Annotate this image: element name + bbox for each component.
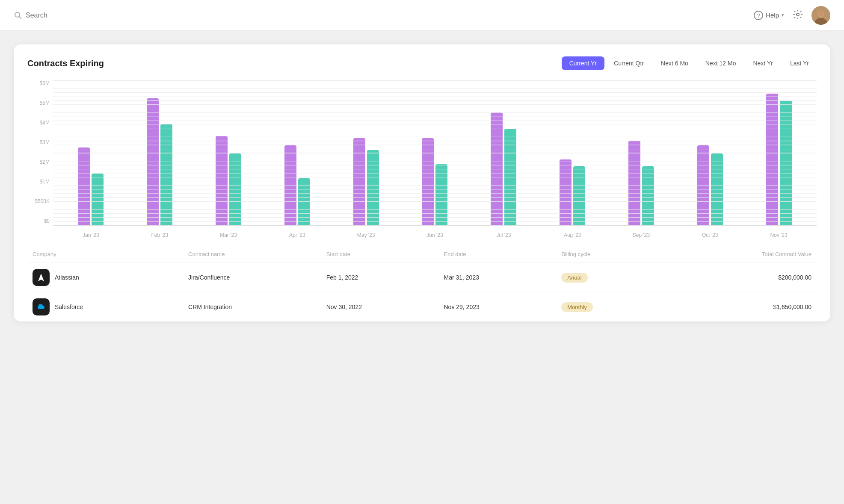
bar-purple	[560, 159, 572, 225]
x-axis-label: Mar '23	[194, 232, 263, 238]
bar-purple	[353, 138, 365, 225]
settings-button[interactable]	[793, 9, 803, 21]
x-axis-label: Feb '23	[125, 232, 194, 238]
svg-point-3	[797, 13, 799, 16]
month-group	[332, 80, 400, 225]
td-start-date: Feb 1, 2022	[321, 263, 439, 292]
contracts-table: Company Contract name Start date End dat…	[27, 243, 817, 321]
x-axis-label: Sep '23	[607, 232, 676, 238]
bar-group	[422, 80, 447, 225]
bar-teal	[92, 174, 104, 225]
month-group	[125, 80, 194, 225]
atlassian-logo	[33, 269, 50, 286]
td-billing-cycle: Monthly	[556, 292, 663, 322]
bar-group	[560, 80, 585, 225]
bar-purple	[284, 145, 296, 225]
bar-purple	[697, 145, 709, 225]
filter-tab-last-yr[interactable]: Last Yr	[782, 56, 817, 70]
search-icon	[14, 11, 22, 20]
bar-purple	[216, 136, 228, 225]
x-labels: Jan '23Feb '23Mar '23Apr '23May '23Jun '…	[53, 227, 817, 243]
filter-tab-next-6mo[interactable]: Next 6 Mo	[653, 56, 696, 70]
x-axis-label: Jun '23	[400, 232, 469, 238]
svg-text:?: ?	[757, 12, 760, 19]
month-group	[194, 80, 263, 225]
bar-purple	[628, 141, 640, 225]
topbar: ? Help ▾	[0, 0, 844, 31]
bar-group	[491, 80, 516, 225]
td-company: Atlassian	[27, 263, 183, 292]
help-button[interactable]: ? Help ▾	[754, 11, 784, 20]
td-tcv: $1,650,000.00	[663, 292, 817, 322]
company-name: Salesforce	[55, 304, 83, 310]
chart-plot	[53, 80, 817, 226]
month-group	[400, 80, 469, 225]
th-company: Company	[27, 243, 183, 263]
x-axis-label: Aug '23	[538, 232, 607, 238]
td-tcv: $200,000.00	[663, 263, 817, 292]
y-axis-label: $0	[27, 218, 53, 224]
table-header-row: Company Contract name Start date End dat…	[27, 243, 817, 263]
bar-teal	[435, 164, 447, 225]
month-group	[469, 80, 538, 225]
contracts-card: Contracts Expiring Current Yr Current Qt…	[14, 44, 830, 321]
y-axis-label: $2M	[27, 159, 53, 165]
gear-icon	[793, 9, 803, 20]
bar-purple	[491, 112, 503, 225]
td-end-date: Nov 29, 2023	[438, 292, 556, 322]
search-area[interactable]	[14, 11, 111, 20]
help-label: Help	[766, 12, 779, 19]
td-end-date: Mar 31, 2023	[438, 263, 556, 292]
x-axis-label: Oct '23	[675, 232, 744, 238]
billing-badge: Monthly	[561, 302, 593, 312]
y-axis-label: $4M	[27, 120, 53, 126]
avatar[interactable]	[811, 6, 830, 25]
filter-tab-next-yr[interactable]: Next Yr	[745, 56, 780, 70]
card-title: Contracts Expiring	[27, 59, 104, 68]
bar-purple	[147, 98, 159, 225]
billing-badge: Anual	[561, 273, 587, 283]
company-name: Atlassian	[55, 274, 79, 281]
x-axis-label: Jan '23	[56, 232, 125, 238]
th-contract-name: Contract name	[183, 243, 321, 263]
th-billing-cycle: Billing cycle	[556, 243, 663, 263]
bar-teal	[367, 150, 379, 225]
bar-teal	[229, 153, 241, 225]
filter-tab-current-qtr[interactable]: Current Qtr	[606, 56, 652, 70]
x-axis-label: Nov '23	[744, 232, 813, 238]
topbar-right: ? Help ▾	[754, 6, 830, 25]
table-row[interactable]: AtlassianJira/ConfluenceFeb 1, 2022Mar 3…	[27, 263, 817, 292]
filter-tab-current-yr[interactable]: Current Yr	[562, 56, 604, 70]
salesforce-icon	[36, 302, 46, 312]
search-input[interactable]	[26, 12, 111, 19]
svg-point-7	[818, 10, 824, 16]
bar-purple	[422, 138, 434, 225]
y-axis-label: $1M	[27, 179, 53, 185]
x-axis-label: Apr '23	[263, 232, 332, 238]
table-row[interactable]: SalesforceCRM IntegrationNov 30, 2022Nov…	[27, 292, 817, 322]
salesforce-logo	[33, 298, 50, 315]
bar-group	[78, 80, 104, 225]
card-header: Contracts Expiring Current Yr Current Qt…	[27, 56, 817, 70]
help-circle-icon: ?	[754, 11, 763, 20]
th-tcv: Total Contract Value	[663, 243, 817, 263]
bar-teal	[711, 153, 723, 225]
y-axis-label: $3M	[27, 139, 53, 145]
bar-teal	[298, 178, 310, 225]
bar-teal	[573, 166, 585, 225]
month-group	[675, 80, 744, 225]
avatar-image	[811, 6, 830, 25]
y-axis-label: $6M	[27, 80, 53, 86]
filter-tab-next-12mo[interactable]: Next 12 Mo	[698, 56, 744, 70]
th-end-date: End date	[438, 243, 556, 263]
x-axis-label: May '23	[332, 232, 400, 238]
bar-group	[353, 80, 379, 225]
bar-teal	[780, 100, 792, 225]
td-company: Salesforce	[27, 292, 183, 322]
help-chevron-icon: ▾	[782, 12, 784, 18]
month-group	[263, 80, 332, 225]
th-start-date: Start date	[321, 243, 439, 263]
y-axis-label: $500K	[27, 198, 53, 204]
month-group	[56, 80, 125, 225]
td-contract-name: Jira/Confluence	[183, 263, 321, 292]
